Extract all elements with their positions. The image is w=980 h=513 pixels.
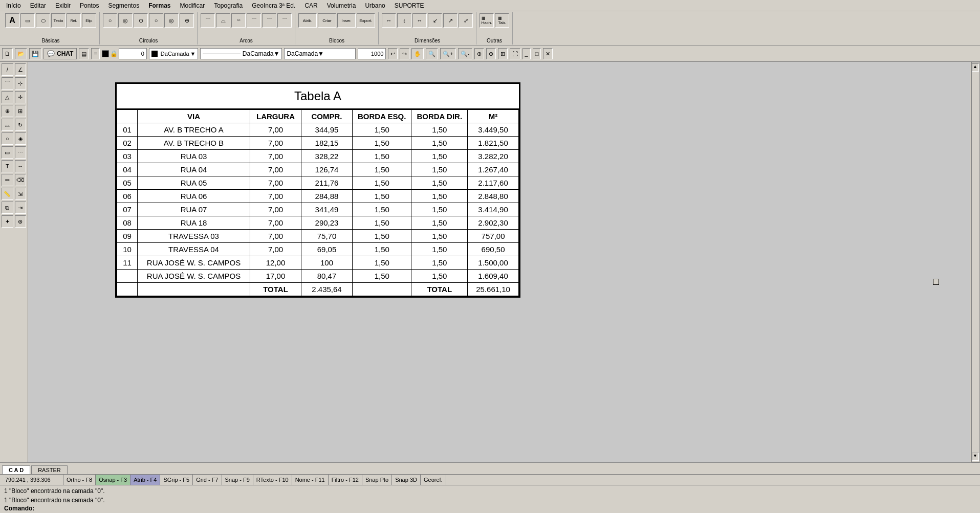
tool-star[interactable]: ✦ xyxy=(2,215,13,228)
btn-d5[interactable]: ↗ xyxy=(443,13,458,28)
btn-a1[interactable]: ⌒ xyxy=(201,13,215,28)
btn-zoom-in[interactable]: 🔍+ xyxy=(440,48,455,59)
btn-d4[interactable]: ↙ xyxy=(428,13,442,28)
menu-exibir[interactable]: Exibir xyxy=(51,1,75,10)
snap-pto-btn[interactable]: Snap Pto xyxy=(362,475,392,485)
tool-measure[interactable]: 📏 xyxy=(2,188,13,200)
tool-grid[interactable]: ⊞ xyxy=(15,105,27,117)
menu-car[interactable]: CAR xyxy=(300,1,321,10)
btn-c3[interactable]: ⊙ xyxy=(134,13,148,28)
snap-btn[interactable]: Snap - F9 xyxy=(222,475,253,485)
snap-3d-btn[interactable]: Snap 3D xyxy=(392,475,421,485)
btn-a6[interactable]: ⌒ xyxy=(277,13,292,28)
btn-redo[interactable]: ↪ xyxy=(400,48,409,59)
ortho-btn[interactable]: Ortho - F8 xyxy=(63,475,96,485)
btn-a3[interactable]: ⌔ xyxy=(231,13,246,28)
menu-inicio[interactable]: Início xyxy=(2,1,25,10)
menu-formas[interactable]: Formas xyxy=(144,1,175,10)
nome-btn[interactable]: Nome - F11 xyxy=(292,475,329,485)
tab-cad[interactable]: C A D xyxy=(2,465,30,474)
tool-triangle[interactable]: △ xyxy=(2,91,13,103)
tool-line[interactable]: / xyxy=(2,63,13,76)
btn-texto[interactable]: A xyxy=(5,13,19,28)
tool-offset[interactable]: ⇥ xyxy=(15,202,27,214)
scrollbar-vertical[interactable]: ▲ ▼ xyxy=(971,62,979,462)
tool-rect[interactable]: ▭ xyxy=(2,146,13,159)
btn-elipse2[interactable]: Elip. xyxy=(82,13,96,28)
tool-circle[interactable]: ○ xyxy=(2,132,13,145)
console-command-input[interactable] xyxy=(36,505,139,512)
btn-save[interactable]: 💾 xyxy=(29,48,41,59)
btn-c2[interactable]: ◎ xyxy=(118,13,133,28)
layer-input[interactable] xyxy=(119,48,147,59)
btn-rect2[interactable]: Ret. xyxy=(67,13,81,28)
osnap-btn[interactable]: Osnap - F3 xyxy=(96,475,130,485)
tool-extra[interactable]: ⊛ xyxy=(15,215,27,228)
menu-volumetria[interactable]: Volumetria xyxy=(323,1,360,10)
grid-btn[interactable]: Grid - F7 xyxy=(193,475,222,485)
btn-close[interactable]: ✕ xyxy=(543,48,553,59)
btn-a5[interactable]: ⌒ xyxy=(262,13,276,28)
btn-a4[interactable]: ⌒ xyxy=(247,13,261,28)
tool-arc2[interactable]: ⌓ xyxy=(2,119,13,131)
menu-pontos[interactable]: Pontos xyxy=(76,1,103,10)
btn-c6[interactable]: ⊕ xyxy=(180,13,194,28)
atrib-btn[interactable]: Atrib - F4 xyxy=(130,475,160,485)
tool-rotate[interactable]: ↻ xyxy=(15,119,27,131)
menu-urbano[interactable]: Urbano xyxy=(361,1,389,10)
georef-btn[interactable]: Georef. xyxy=(421,475,446,485)
lineweight-dropdown[interactable]: DaCamada ▼ xyxy=(284,48,356,59)
btn-minimize[interactable]: _ xyxy=(522,48,531,59)
btn-atributos[interactable]: Atrib. xyxy=(298,13,317,28)
tab-raster[interactable]: RASTER xyxy=(31,465,68,474)
tool-move[interactable]: ✛ xyxy=(15,91,27,103)
btn-tabela[interactable]: ▦Tab. xyxy=(495,13,509,28)
tool-angle[interactable]: ∠ xyxy=(15,63,27,76)
scroll-up-btn[interactable]: ▲ xyxy=(972,63,979,72)
menu-topografia[interactable]: Topografia xyxy=(210,1,247,10)
tool-dash[interactable]: ⋯ xyxy=(15,146,27,159)
btn-zoom-out[interactable]: 🔍- xyxy=(458,48,472,59)
btn-layers[interactable]: ▤ xyxy=(79,48,89,59)
btn-c4[interactable]: ○ xyxy=(149,13,163,28)
btn-d6[interactable]: ⤢ xyxy=(459,13,473,28)
btn-zoom-fit[interactable]: ⊕ xyxy=(486,48,496,59)
tool-fill[interactable]: ◈ xyxy=(15,132,27,145)
btn-exportar[interactable]: Export. xyxy=(357,13,375,28)
tool-scale-tool[interactable]: ⇲ xyxy=(15,188,27,200)
filtro-btn[interactable]: Filtro - F12 xyxy=(329,475,362,485)
btn-a2[interactable]: ⌓ xyxy=(216,13,230,28)
btn-zoom-prev[interactable]: ⊞ xyxy=(498,48,508,59)
btn-layer-opts[interactable]: ≡ xyxy=(91,48,99,59)
btn-c1[interactable]: ○ xyxy=(103,13,117,28)
tool-arc-left[interactable]: ⌒ xyxy=(2,77,13,90)
rtexto-btn[interactable]: RTexto - F10 xyxy=(253,475,292,485)
tool-copy[interactable]: ⧉ xyxy=(2,202,13,214)
tool-select[interactable]: ⊹ xyxy=(15,77,27,90)
resize-handle[interactable] xyxy=(933,279,939,285)
btn-pan[interactable]: ✋ xyxy=(411,48,424,59)
btn-zoom-extent[interactable]: 🔍 xyxy=(426,48,438,59)
menu-segmentos[interactable]: Segmentos xyxy=(104,1,143,10)
menu-modificar[interactable]: Modificar xyxy=(176,1,209,10)
btn-open[interactable]: 📂 xyxy=(15,48,27,59)
btn-d2[interactable]: ↕ xyxy=(397,13,411,28)
btn-text2[interactable]: Texto xyxy=(51,13,66,28)
tool-dim[interactable]: ↔ xyxy=(15,160,27,172)
btn-d3[interactable]: ↔ xyxy=(412,13,427,28)
scroll-down-btn[interactable]: ▼ xyxy=(972,453,979,461)
chat-button[interactable]: 💬 CHAT xyxy=(43,48,77,59)
btn-criar[interactable]: Criar xyxy=(318,13,336,28)
btn-maximize[interactable]: □ xyxy=(533,48,541,59)
btn-zoom-select[interactable]: ⊕ xyxy=(474,48,484,59)
btn-new[interactable]: 🗋 xyxy=(2,48,13,59)
menu-suporte[interactable]: SUPORTE xyxy=(390,1,428,10)
btn-retangulo[interactable]: ▭ xyxy=(20,13,35,28)
btn-inserir[interactable]: Inser. xyxy=(337,13,356,28)
canvas-area[interactable]: Tabela A VIA LARGURA COMPR. BORDA ESQ. B… xyxy=(28,62,970,462)
linetype-dropdown[interactable]: DaCamada ▼ xyxy=(200,48,282,59)
menu-editar[interactable]: Editar xyxy=(26,1,50,10)
btn-c5[interactable]: ◎ xyxy=(164,13,179,28)
btn-d1[interactable]: ↔ xyxy=(382,13,396,28)
tool-text[interactable]: T xyxy=(2,160,13,172)
